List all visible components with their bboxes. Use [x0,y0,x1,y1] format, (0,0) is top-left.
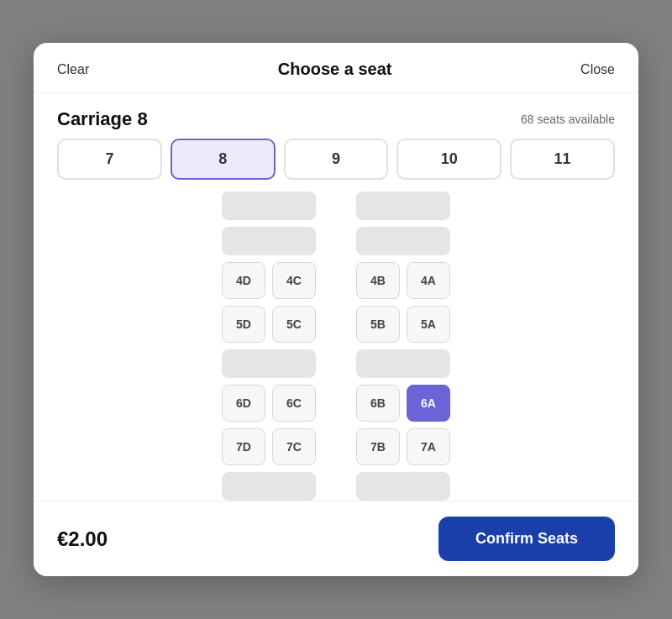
carriage-tabs: 7 8 9 10 11 [34,139,638,191]
seats-available-label: 68 seats available [521,113,615,126]
modal-footer: €2.00 Confirm Seats [34,501,638,576]
headrest-56-right [356,349,450,378]
headrest-78-left [222,472,316,501]
seat-4A[interactable]: 4A [407,262,450,299]
seat-row-3-headrest [222,227,450,255]
seat-row-56-headrest [222,349,450,378]
seat-5B[interactable]: 5B [356,306,400,343]
modal-title: Choose a seat [278,60,392,79]
close-button[interactable]: Close [580,62,615,77]
seat-4D[interactable]: 4D [222,262,265,299]
seat-row-6: 6D 6C 6B 6A [222,385,450,422]
seat-6B[interactable]: 6B [356,385,400,422]
tab-carriage-11[interactable]: 11 [510,139,615,180]
seat-4B[interactable]: 4B [356,262,400,299]
headrest-right-top [356,191,450,220]
carriage-title: Carriage 8 [57,108,148,130]
seat-5C[interactable]: 5C [272,306,316,343]
seat-map-wrapper: 4D 4C 4B 4A 5D 5C 5B 5A [34,191,638,501]
headrest-78-right [356,472,450,501]
confirm-seats-button[interactable]: Confirm Seats [438,517,615,561]
seat-row-4: 4D 4C 4B 4A [222,262,450,299]
seat-rows-all: 4D 4C 4B 4A 5D 5C 5B 5A [222,191,450,501]
tab-carriage-7[interactable]: 7 [57,139,162,180]
seat-4C[interactable]: 4C [272,262,316,299]
headrest-left-top [222,191,316,220]
price-display: €2.00 [57,527,108,551]
seat-row-7: 7D 7C 7B 7A [222,428,450,465]
headrest-3-right [356,227,450,255]
tab-carriage-10[interactable]: 10 [396,139,501,180]
seat-6C[interactable]: 6C [272,385,316,422]
carriage-info: Carriage 8 68 seats available [34,93,638,139]
seat-5D[interactable]: 5D [222,306,265,343]
seat-7D[interactable]: 7D [222,428,265,465]
headrest-56-left [222,349,316,378]
tab-carriage-8[interactable]: 8 [171,139,276,180]
seat-row-top-partial [222,191,450,220]
modal-overlay: Clear Choose a seat Close Carriage 8 68 … [0,0,672,619]
seat-5A[interactable]: 5A [407,306,450,343]
seat-selection-modal: Clear Choose a seat Close Carriage 8 68 … [34,43,638,576]
headrest-3-left [222,227,316,255]
seat-7A[interactable]: 7A [407,428,450,465]
seat-row-5: 5D 5C 5B 5A [222,306,450,343]
clear-button[interactable]: Clear [57,62,89,77]
seat-row-78-headrest [222,472,450,501]
seat-7B[interactable]: 7B [356,428,400,465]
seat-6D[interactable]: 6D [222,385,265,422]
seat-7C[interactable]: 7C [272,428,316,465]
modal-header: Clear Choose a seat Close [34,43,638,93]
seat-6A[interactable]: 6A [407,385,450,422]
tab-carriage-9[interactable]: 9 [284,139,389,180]
seat-map: 4D 4C 4B 4A 5D 5C 5B 5A [57,191,615,501]
